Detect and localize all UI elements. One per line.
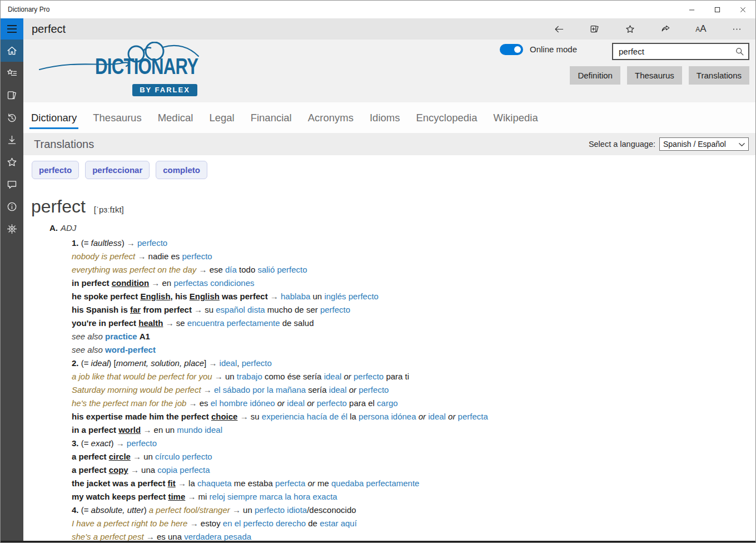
text-segment: from perfect [141, 305, 194, 314]
thesaurus-button[interactable]: Thesaurus [627, 66, 682, 85]
sidebar-item-settings[interactable] [1, 218, 23, 240]
translation-link[interactable]: trabajo [237, 372, 262, 381]
translation-chip-completo[interactable]: completo [156, 161, 207, 179]
tab-idioms[interactable]: Idioms [369, 102, 401, 133]
sidebar-item-word-list[interactable] [1, 62, 23, 84]
sidebar-item-downloads[interactable] [1, 129, 23, 151]
search-input[interactable] [613, 44, 748, 59]
tab-financial[interactable]: Financial [250, 102, 292, 133]
translation-link[interactable]: el sábado por la mañana [214, 385, 306, 394]
translation-link[interactable]: copia perfecta [157, 465, 210, 475]
sidebar-item-history[interactable] [1, 106, 23, 129]
translation-link[interactable]: perfecto [182, 251, 212, 261]
language-select[interactable]: Spanish / Español [659, 137, 749, 151]
translation-link[interactable]: experiencia hacía de él [262, 412, 347, 421]
tab-dictionary[interactable]: Dictionary [31, 102, 77, 133]
text-segment: la [347, 412, 359, 421]
translation-link[interactable]: ideal [324, 372, 342, 381]
translation-link[interactable]: ideal [329, 385, 347, 394]
arrow: → [133, 452, 141, 461]
translation-link[interactable]: en el perfecto derecho [223, 519, 306, 528]
translation-link[interactable]: cargo [377, 398, 398, 408]
translation-link[interactable]: inglés perfecto [324, 292, 379, 301]
tab-wikipedia[interactable]: Wikipedia [493, 102, 539, 133]
translation-link[interactable]: perfecto idiota [255, 505, 307, 515]
translation-chip-perfecto[interactable]: perfecto [32, 161, 79, 179]
translation-link[interactable]: salió perfecto [257, 265, 307, 274]
definition-line: his Spanish is far from perfect → su esp… [72, 303, 488, 317]
translation-link[interactable]: perfecto [127, 438, 157, 448]
text-segment: his Spanish is [72, 305, 130, 314]
translation-link[interactable]: español dista [216, 305, 265, 314]
sidebar-item-feedback[interactable] [1, 173, 23, 195]
sidebar-item-favorites[interactable] [1, 151, 23, 173]
favorite-star-button[interactable] [612, 18, 648, 40]
text-segment: de [306, 519, 320, 528]
see-also-link[interactable]: word-perfect [105, 345, 156, 354]
translation-link[interactable]: chaqueta [197, 478, 232, 488]
definition-line: see also practice A1 [72, 330, 488, 343]
menu-button[interactable] [1, 18, 23, 40]
arrow: → [151, 278, 160, 288]
translation-link[interactable]: perfecto [320, 305, 350, 314]
translation-link[interactable]: encuentra perfectamente [187, 318, 280, 328]
maximize-button[interactable] [704, 1, 730, 18]
definition-line: Saturday morning would be perfect → el s… [72, 383, 488, 397]
translation-link[interactable]: perfecta [275, 478, 305, 488]
translation-link[interactable]: perfecto [359, 385, 389, 394]
translation-link[interactable]: perfecto [242, 358, 272, 368]
tab-encyclopedia[interactable]: Encyclopedia [415, 102, 478, 133]
translation-link[interactable]: perfecto [354, 372, 384, 381]
translation-link[interactable]: reloj siempre marca la hora exacta [210, 492, 337, 501]
translation-link[interactable]: perfecto [137, 238, 167, 248]
tab-thesaurus[interactable]: Thesaurus [92, 102, 142, 133]
close-button[interactable] [730, 1, 755, 18]
text-size-button[interactable]: AA [683, 18, 719, 40]
translation-link[interactable]: ideal [428, 412, 446, 421]
add-flashcard-button[interactable] [576, 18, 612, 40]
part-of-speech: ADJ [61, 223, 76, 233]
back-button[interactable] [541, 18, 576, 40]
translation-link[interactable]: ideal [220, 358, 237, 368]
online-mode-toggle[interactable] [500, 44, 523, 55]
arrow: → [194, 305, 202, 314]
translations-button[interactable]: Translations [689, 66, 749, 85]
translation-link[interactable]: persona idónea [359, 412, 416, 421]
translation-link[interactable]: perfecta [458, 412, 488, 421]
minimize-button[interactable] [679, 1, 704, 18]
text-segment: (= [79, 505, 91, 515]
tab-legal[interactable]: Legal [208, 102, 235, 133]
translation-link[interactable]: quedaba perfectamente [331, 478, 419, 488]
definition-button[interactable]: Definition [570, 66, 620, 85]
window-title: Dictionary Pro [8, 1, 49, 18]
text-segment: English [140, 292, 170, 301]
sidebar-item-home[interactable] [1, 40, 23, 62]
translation-link[interactable]: ideal [287, 398, 305, 408]
translation-link[interactable]: círculo perfecto [155, 452, 212, 461]
tab-acronyms[interactable]: Acronyms [307, 102, 354, 133]
text-segment: moment, solution, place [116, 358, 204, 368]
translation-link[interactable]: el hombre idóneo [211, 398, 275, 408]
definition-line: nobody is perfect → nadie es perfecto [72, 250, 488, 263]
text-segment: choice [211, 412, 238, 421]
translation-link[interactable]: verdadera pesada [184, 532, 251, 541]
translation-link[interactable]: mundo ideal [177, 425, 222, 435]
search-icon[interactable] [735, 47, 744, 56]
text-segment: circle [109, 452, 131, 461]
translation-link[interactable]: estar aquí [320, 519, 357, 528]
translation-link[interactable]: día [225, 265, 237, 274]
sense-letter: A. [49, 223, 58, 233]
sidebar-item-about[interactable] [1, 195, 23, 218]
translation-link[interactable]: perfectas condiciones [173, 278, 254, 288]
tab-medical[interactable]: Medical [157, 102, 194, 133]
definition-line: he spoke perfect English, his English wa… [72, 290, 488, 303]
text-segment: health [138, 318, 163, 328]
more-button[interactable] [719, 18, 754, 40]
translation-link[interactable]: hablaba [281, 292, 310, 301]
sidebar-item-flashcards[interactable] [1, 84, 23, 106]
translation-link[interactable]: perfecto [317, 398, 347, 408]
share-button[interactable] [648, 18, 683, 40]
text-segment: para el [347, 398, 377, 408]
translation-chip-perfeccionar[interactable]: perfeccionar [85, 161, 150, 179]
see-also-link[interactable]: practice [105, 332, 137, 341]
